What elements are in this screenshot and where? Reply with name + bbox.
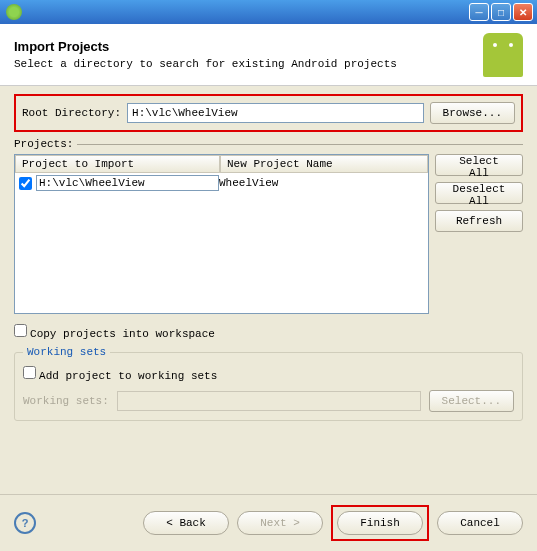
cancel-button[interactable]: Cancel (437, 511, 523, 535)
projects-table: Project to Import New Project Name Wheel… (14, 154, 429, 314)
working-sets-label: Working sets: (23, 395, 109, 407)
select-all-button[interactable]: Select All (435, 154, 523, 176)
working-sets-legend: Working sets (23, 346, 110, 358)
titlebar: ─ □ ✕ (0, 0, 537, 24)
copy-projects-label: Copy projects into workspace (30, 328, 215, 340)
next-button: Next > (237, 511, 323, 535)
projects-fieldset: Projects: Project to Import New Project … (14, 138, 523, 314)
close-button[interactable]: ✕ (513, 3, 533, 21)
android-icon (483, 33, 523, 77)
table-row[interactable]: WheelView (15, 173, 428, 193)
working-sets-dropdown (117, 391, 421, 411)
maximize-button[interactable]: □ (491, 3, 511, 21)
finish-highlight: Finish (331, 505, 429, 541)
row-checkbox[interactable] (19, 177, 32, 190)
refresh-button[interactable]: Refresh (435, 210, 523, 232)
projects-legend: Projects: (14, 138, 77, 150)
dialog-title: Import Projects (14, 39, 397, 54)
project-path-input[interactable] (36, 175, 219, 191)
deselect-all-button[interactable]: Deselect All (435, 182, 523, 204)
root-directory-label: Root Directory: (22, 107, 121, 119)
root-directory-row: Root Directory: Browse... (14, 94, 523, 132)
browse-button[interactable]: Browse... (430, 102, 515, 124)
add-to-working-sets-checkbox[interactable] (23, 366, 36, 379)
col-new-project-name[interactable]: New Project Name (220, 155, 428, 173)
new-name-cell[interactable]: WheelView (219, 177, 424, 189)
copy-projects-checkbox[interactable] (14, 324, 27, 337)
col-project-to-import[interactable]: Project to Import (15, 155, 220, 173)
copy-projects-row: Copy projects into workspace (14, 324, 523, 340)
dialog-subtitle: Select a directory to search for existin… (14, 58, 397, 70)
root-directory-input[interactable] (127, 103, 424, 123)
app-icon (6, 4, 22, 20)
dialog-footer: ? < Back Next > Finish Cancel (0, 494, 537, 551)
back-button[interactable]: < Back (143, 511, 229, 535)
dialog-header: Import Projects Select a directory to se… (0, 24, 537, 86)
add-to-working-sets-label: Add project to working sets (39, 370, 217, 382)
select-working-set-button: Select... (429, 390, 514, 412)
finish-button[interactable]: Finish (337, 511, 423, 535)
minimize-button[interactable]: ─ (469, 3, 489, 21)
help-button[interactable]: ? (14, 512, 36, 534)
working-sets-fieldset: Working sets Add project to working sets… (14, 346, 523, 421)
